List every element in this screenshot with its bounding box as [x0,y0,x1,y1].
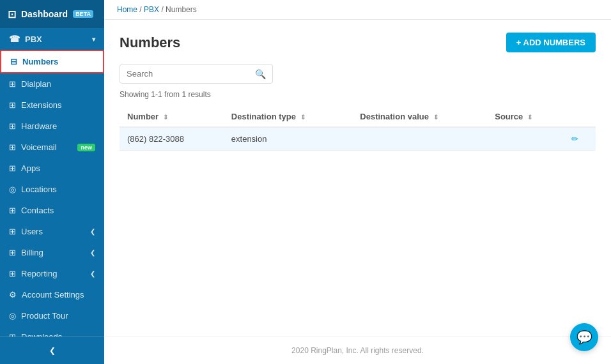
sidebar: ⊡ Dashboard BETA ☎ PBX ▾ ⊟ Numbers ⊞ Dia… [0,0,104,364]
sidebar-item-locations[interactable]: ◎ Locations [0,179,104,200]
sidebar-item-downloads[interactable]: ⊞ Downloads [0,326,104,337]
col-header-number[interactable]: Number ⇕ [120,107,224,127]
users-arrow-icon: ❮ [90,228,95,235]
product-tour-icon: ◎ [9,311,16,321]
chat-icon: 💬 [576,330,592,345]
col-header-destination-value[interactable]: Destination value ⇕ [352,107,487,127]
dialplan-icon: ⊞ [9,79,16,89]
col-number-sort-icon: ⇕ [163,114,168,121]
cell-number: (862) 822-3088 [120,127,224,151]
downloads-icon: ⊞ [9,332,16,337]
cell-destination-type: extension [224,127,353,151]
sidebar-collapse-button[interactable]: ❮ [0,341,104,360]
col-header-actions [564,107,596,127]
col-dest-type-label: Destination type [231,112,296,121]
sidebar-item-pbx-label: PBX [25,34,42,44]
sidebar-item-billing[interactable]: ⊞ Billing ❮ [0,242,104,263]
hardware-icon: ⊞ [9,121,16,131]
apps-icon: ⊞ [9,163,16,173]
sidebar-item-dialplan[interactable]: ⊞ Dialplan [0,73,104,95]
reporting-arrow-icon: ❮ [90,270,95,277]
add-numbers-button[interactable]: + ADD NUMBERS [506,33,596,52]
sidebar-item-reporting-label: Reporting [21,269,57,278]
sidebar-item-contacts-label: Contacts [21,206,54,215]
search-bar: 🔍 [120,64,273,84]
sidebar-item-apps[interactable]: ⊞ Apps [0,158,104,179]
col-source-label: Source [495,112,523,121]
search-icon: 🔍 [255,69,266,79]
cell-destination-value [352,127,487,151]
table-row: (862) 822-3088 extension ✏ [120,127,596,151]
sidebar-item-extensions-label: Extensions [21,100,62,110]
col-source-sort-icon: ⇕ [527,114,532,121]
sidebar-item-product-tour-label: Product Tour [21,311,68,321]
results-text: Showing 1-1 from 1 results [120,90,596,99]
sidebar-item-contacts[interactable]: ⊞ Contacts [0,200,104,221]
cell-edit[interactable]: ✏ [564,127,596,151]
reporting-icon: ⊞ [9,269,16,278]
brand-label: Dashboard [21,9,68,19]
sidebar-item-extensions[interactable]: ⊞ Extensions [0,95,104,116]
col-header-destination-type[interactable]: Destination type ⇕ [224,107,353,127]
sidebar-item-account-settings[interactable]: ⚙ Account Settings [0,284,104,305]
page-header: Numbers + ADD NUMBERS [120,33,596,52]
sidebar-item-voicemail[interactable]: ⊞ Voicemail new [0,137,104,158]
sidebar-footer: ❮ [0,337,104,364]
numbers-table: Number ⇕ Destination type ⇕ Destination … [120,107,596,151]
col-number-label: Number [127,112,159,121]
voicemail-icon: ⊞ [9,142,16,152]
col-header-source[interactable]: Source ⇕ [487,107,563,127]
table-body: (862) 822-3088 extension ✏ [120,127,596,151]
sidebar-item-dialplan-label: Dialplan [21,79,51,89]
sidebar-item-apps-label: Apps [21,163,40,173]
sidebar-item-numbers[interactable]: ⊟ Numbers [0,50,104,73]
sidebar-item-billing-label: Billing [21,248,43,257]
extensions-icon: ⊞ [9,100,16,110]
dashboard-icon: ⊡ [8,8,16,20]
content-footer: 2020 RingPlan, Inc. All rights reserved. [104,337,611,364]
edit-icon[interactable]: ✏ [571,134,578,144]
locations-icon: ◎ [9,185,16,194]
content-area: Numbers + ADD NUMBERS 🔍 Showing 1-1 from… [104,20,611,337]
contacts-icon: ⊞ [9,206,16,215]
new-badge: new [77,144,95,151]
search-button[interactable]: 🔍 [249,65,272,83]
users-icon: ⊞ [9,227,16,236]
sidebar-item-hardware-label: Hardware [21,121,57,131]
cell-source [487,127,563,151]
numbers-icon: ⊟ [10,57,17,66]
breadcrumb: Home / PBX / Numbers [104,0,611,20]
sidebar-item-hardware[interactable]: ⊞ Hardware [0,116,104,137]
copyright-text: 2020 RingPlan, Inc. All rights reserved. [291,346,424,355]
main-content: Home / PBX / Numbers Numbers + ADD NUMBE… [104,0,611,364]
pbx-arrow-icon: ▾ [92,36,95,43]
sidebar-item-pbx[interactable]: ☎ PBX ▾ [0,28,104,50]
sidebar-nav: ☎ PBX ▾ ⊟ Numbers ⊞ Dialplan ⊞ Extension… [0,28,104,337]
sidebar-item-users[interactable]: ⊞ Users ❮ [0,221,104,242]
col-dest-type-sort-icon: ⇕ [300,114,306,121]
account-settings-icon: ⚙ [9,290,17,300]
sidebar-item-product-tour[interactable]: ◎ Product Tour [0,305,104,326]
chat-button[interactable]: 💬 [570,323,598,351]
breadcrumb-pbx[interactable]: PBX [144,5,159,14]
col-dest-value-sort-icon: ⇕ [433,114,438,121]
table-header: Number ⇕ Destination type ⇕ Destination … [120,107,596,127]
pbx-icon: ☎ [9,34,20,44]
sidebar-item-reporting[interactable]: ⊞ Reporting ❮ [0,263,104,284]
sidebar-item-voicemail-label: Voicemail [21,142,57,152]
collapse-icon: ❮ [49,346,56,355]
sidebar-item-locations-label: Locations [21,185,57,194]
breadcrumb-home[interactable]: Home [117,5,137,14]
sidebar-item-downloads-label: Downloads [21,332,62,337]
col-dest-value-label: Destination value [360,112,429,121]
billing-icon: ⊞ [9,248,16,257]
sidebar-item-account-settings-label: Account Settings [22,290,84,300]
page-title: Numbers [120,34,180,51]
search-input[interactable] [120,64,249,83]
breadcrumb-current: Numbers [166,5,197,14]
billing-arrow-icon: ❮ [90,249,95,256]
beta-badge: BETA [73,10,93,18]
sidebar-item-users-label: Users [21,227,43,236]
sidebar-item-numbers-label: Numbers [22,57,58,66]
sidebar-header[interactable]: ⊡ Dashboard BETA [0,0,104,28]
